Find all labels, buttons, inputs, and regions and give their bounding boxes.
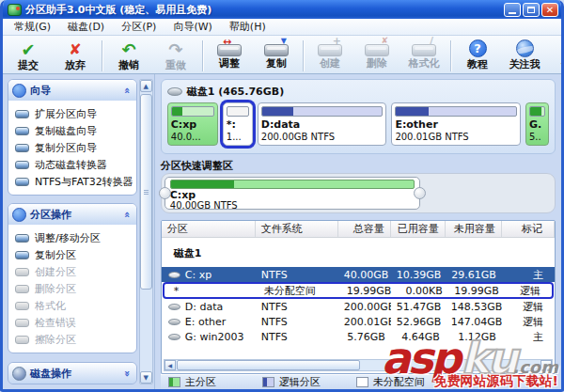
delete-disk-icon: [365, 44, 389, 56]
sidebar-item-copy-partition-wizard[interactable]: 复制分区向导: [15, 139, 133, 156]
disk-icon: [15, 127, 29, 135]
legend-logical: 逻辑分区: [262, 375, 356, 389]
menu-help[interactable]: 帮助(H): [221, 19, 274, 35]
sidebar: 向导 扩展分区向导 复制磁盘向导 复制分区向导: [3, 74, 137, 389]
create-button[interactable]: 创建: [306, 38, 353, 70]
tutorial-button[interactable]: 教程: [454, 38, 501, 71]
menu-wizard[interactable]: 向导(W): [164, 19, 220, 35]
copy-button[interactable]: 复制: [253, 38, 300, 70]
redo-button[interactable]: 重做: [152, 38, 199, 71]
toolbar-separator: [303, 40, 304, 71]
disk-icon: [168, 319, 180, 325]
sidebar-item-copy-partition[interactable]: 复制分区: [15, 246, 133, 263]
usage-strip: [261, 106, 384, 117]
scroll-right-button[interactable]: [540, 360, 552, 370]
panel-wizards-header[interactable]: 向导: [8, 80, 136, 101]
quick-adjust-partition[interactable]: C:xp 40.00GB NTFS: [164, 177, 420, 210]
disk-map-panel: 磁盘1 (465.76GB) C:xp 40.0... *: 1...: [161, 79, 556, 154]
menu-general[interactable]: 常规(G): [6, 19, 59, 35]
table-horizontal-scrollbar[interactable]: [164, 359, 553, 371]
disk-icon: [15, 268, 29, 276]
menu-disk[interactable]: 磁盘(D): [59, 19, 113, 35]
partition-block-e[interactable]: E:other 200.01GB NTFS: [391, 102, 521, 146]
main-area: 磁盘1 (465.76GB) C:xp 40.0... *: 1...: [154, 74, 561, 389]
delete-button[interactable]: 删除: [353, 38, 400, 70]
follow-me-button[interactable]: 关注我: [501, 38, 548, 71]
scrollbar-thumb[interactable]: [177, 360, 360, 370]
commit-button[interactable]: 提交: [5, 38, 52, 71]
resize-button[interactable]: 调整: [206, 38, 253, 70]
resize-disk-icon: [217, 44, 242, 56]
usage-bar: [170, 180, 415, 189]
panel-disk-ops: 磁盘操作: [8, 362, 137, 384]
panel-partition-ops-body: 调整/移动分区 复制分区 创建分区 删除分区: [8, 225, 136, 353]
disk-icon: [167, 87, 182, 96]
disk-icon: [15, 336, 29, 344]
sidebar-item-extend-partition-wizard[interactable]: 扩展分区向导: [15, 105, 133, 122]
table-row[interactable]: D: data NTFS 200.00GB 51.47GB 148.53GB 逻…: [162, 299, 555, 314]
undo-button[interactable]: 撤销: [105, 38, 152, 71]
menu-partition[interactable]: 分区(P): [113, 19, 164, 35]
share-button[interactable]: 分享: [548, 38, 561, 71]
scroll-up-button[interactable]: [140, 80, 152, 92]
panel-wizards-body: 扩展分区向导 复制磁盘向导 复制分区向导 动态磁盘转换器: [8, 101, 136, 195]
legend-unallocated: 未分配空间: [356, 375, 450, 389]
scrollbar-thumb[interactable]: [140, 94, 152, 290]
resize-handle-left[interactable]: [159, 187, 171, 199]
logical-partition-swatch: [262, 377, 274, 387]
maximize-button[interactable]: [523, 3, 540, 17]
toolbar: 提交 放弃 撤销 重做 调整 复制 创建 删除: [3, 36, 561, 74]
table-row[interactable]: C: xp NTFS 40.00GB 10.39GB 29.61GB 主: [162, 267, 555, 282]
disk-icon: [168, 334, 180, 340]
disk-icon: [15, 319, 29, 327]
unallocated-swatch: [356, 377, 368, 387]
disk-icon: [168, 272, 180, 278]
minimize-button[interactable]: [504, 3, 521, 17]
table-row[interactable]: E: other NTFS 200.01GB 52.96GB 147.04GB …: [162, 314, 555, 329]
partition-block-unallocated[interactable]: *: 1...: [223, 102, 253, 146]
table-row[interactable]: G: win2003 NTFS 5.76GB 4.64GB 1.12GB 主: [162, 329, 555, 344]
sidebar-item-ntfs-fat32-converter[interactable]: NTFS与FAT32转换器: [15, 173, 133, 190]
table-row-unallocated[interactable]: * 未分配空间 19.99GB 0.00KB 19.99GB 逻辑: [163, 282, 554, 299]
disk-map-header: 磁盘1 (465.76GB): [167, 84, 549, 99]
usage-strip: [395, 106, 517, 117]
content-area: 向导 扩展分区向导 复制磁盘向导 复制分区向导: [3, 74, 561, 389]
app-window: 分区助手3.0中文版 (稳定、易用且免费) 常规(G) 磁盘(D) 分区(P) …: [0, 0, 564, 392]
partition-block-c[interactable]: C:xp 40.0...: [167, 102, 218, 146]
sidebar-item-resize-move-partition[interactable]: 调整/移动分区: [15, 229, 133, 246]
sidebar-item-dynamic-disk-converter[interactable]: 动态磁盘转换器: [15, 156, 133, 173]
close-button[interactable]: [541, 3, 558, 17]
panel-disk-ops-header[interactable]: 磁盘操作: [8, 363, 136, 384]
toolbar-separator: [102, 40, 102, 71]
sidebar-item-format-partition[interactable]: 格式化: [15, 297, 133, 314]
sidebar-item-check-errors[interactable]: 检查错误: [15, 314, 133, 331]
usage-strip: [529, 106, 545, 117]
check-icon: [21, 39, 35, 58]
disk-icon: [15, 178, 29, 186]
discard-button[interactable]: 放弃: [52, 38, 99, 71]
window-title: 分区助手3.0中文版 (稳定、易用且免费): [25, 3, 502, 17]
format-button[interactable]: 格式化: [400, 38, 447, 70]
scroll-down-button[interactable]: [140, 371, 152, 384]
partition-ops-icon: [12, 208, 26, 222]
partition-block-d[interactable]: D:data 200.00GB NTFS: [258, 102, 387, 146]
menubar: 常规(G) 磁盘(D) 分区(P) 向导(W) 帮助(H): [3, 19, 561, 36]
panel-partition-ops-header[interactable]: 分区操作: [8, 204, 136, 225]
cancel-icon: [69, 39, 81, 58]
scroll-left-button[interactable]: [164, 360, 176, 370]
sidebar-item-delete-partition[interactable]: 删除分区: [15, 280, 133, 297]
resize-handle-right[interactable]: [414, 187, 426, 199]
sidebar-item-copy-disk-wizard[interactable]: 复制磁盘向导: [15, 122, 133, 139]
create-disk-icon: [318, 44, 342, 56]
partition-block-g[interactable]: G. 5..: [525, 102, 549, 146]
toolbar-separator: [202, 40, 203, 71]
titlebar: 分区助手3.0中文版 (稳定、易用且免费): [3, 0, 561, 19]
disk-icon: [15, 251, 29, 259]
sidebar-item-wipe-partition[interactable]: 擦除分区: [15, 331, 133, 348]
disk-icon: [15, 144, 29, 152]
sidebar-item-create-partition[interactable]: 创建分区: [15, 263, 133, 280]
partition-bar-row: C:xp 40.0... *: 1... D:data 200.00GB NTF…: [167, 102, 549, 146]
usage-strip: [227, 106, 249, 117]
sidebar-scrollbar[interactable]: [139, 79, 153, 384]
chevron-up-icon: [124, 209, 131, 221]
